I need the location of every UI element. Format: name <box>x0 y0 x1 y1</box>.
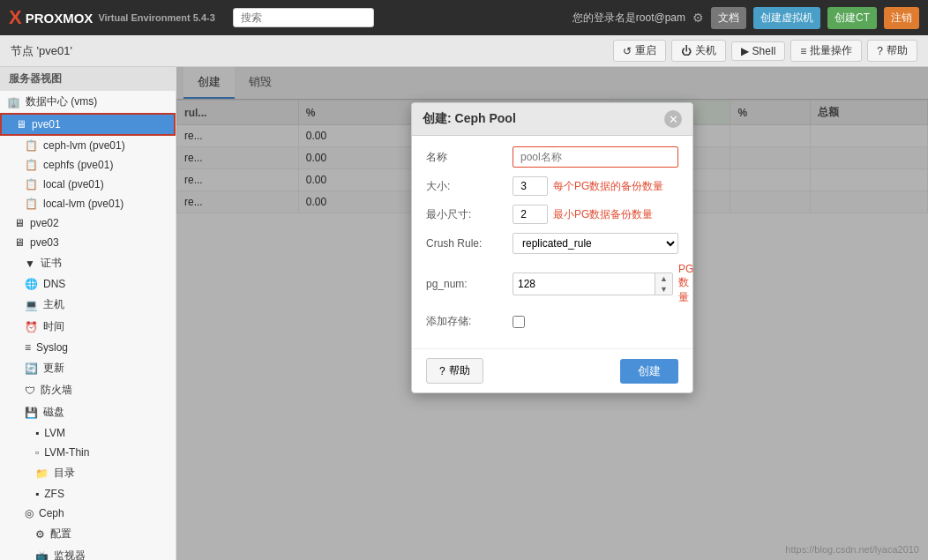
sidebar-item-monitor[interactable]: 📺 监视器 <box>0 545 176 560</box>
pg-num-value: ▲ ▼ PG数量 <box>513 263 693 305</box>
create-pool-dialog: 创建: Ceph Pool ✕ 名称 大小: 每个PG数据的备份数量 <box>411 102 693 393</box>
create-vm-button[interactable]: 创建虚拟机 <box>753 7 820 29</box>
sidebar-item-syslog[interactable]: ≡ Syslog <box>0 338 176 357</box>
sidebar-item-config[interactable]: ⚙ 配置 <box>0 523 176 545</box>
help-icon: ? <box>877 45 883 57</box>
close-button[interactable]: ✕ <box>664 110 682 128</box>
dialog-title: 创建: Ceph Pool <box>423 111 516 127</box>
update-label: 更新 <box>43 361 64 376</box>
min-size-value: 最小PG数据备份数量 <box>513 205 678 224</box>
cephfs-label: cephfs (pve01) <box>43 159 113 171</box>
dns-label: DNS <box>43 278 65 290</box>
ceph-icon: ◎ <box>25 507 34 519</box>
cert-icon: ▼ <box>25 258 35 270</box>
sidebar-item-ceph-lvm[interactable]: 📋 ceph-lvm (pve01) <box>0 136 176 155</box>
form-row-pg-num: pg_num: ▲ ▼ PG数量 <box>426 263 678 305</box>
dns-icon: 🌐 <box>25 278 38 290</box>
sidebar-item-zfs[interactable]: ▪ ZFS <box>0 484 176 504</box>
lvm-icon: ▪ <box>35 427 39 439</box>
sidebar-item-datacenter[interactable]: 🏢 数据中心 (vms) <box>0 91 176 113</box>
shutdown-label: 关机 <box>695 43 716 58</box>
sidebar-item-dns[interactable]: 🌐 DNS <box>0 274 176 294</box>
size-value: 每个PG数据的备份数量 <box>513 176 678 196</box>
pg-num-spinner: ▲ ▼ <box>513 273 673 295</box>
sidebar-item-update[interactable]: 🔄 更新 <box>0 357 176 379</box>
logo-x: X <box>9 6 22 29</box>
logout-button[interactable]: 注销 <box>884 7 919 29</box>
sidebar-item-firewall[interactable]: 🛡 防火墙 <box>0 379 176 401</box>
pg-num-input[interactable] <box>513 275 655 293</box>
time-label: 时间 <box>43 319 64 334</box>
sidebar-item-ceph[interactable]: ◎ Ceph <box>0 504 176 523</box>
shell-label: Shell <box>752 45 776 57</box>
help-label: 帮助 <box>449 363 470 378</box>
disk-icon: 💾 <box>25 407 38 419</box>
pve01-label: pve01 <box>32 118 61 131</box>
syslog-label: Syslog <box>36 341 68 354</box>
sidebar-item-local[interactable]: 📋 local (pve01) <box>0 175 176 194</box>
datacenter-icon: 🏢 <box>7 96 20 108</box>
pve02-icon: 🖥 <box>14 217 25 229</box>
pg-num-spinner-btns: ▲ ▼ <box>655 273 672 295</box>
sidebar-item-disk[interactable]: 💾 磁盘 <box>0 401 176 423</box>
bulk-button[interactable]: ≡ 批量操作 <box>790 40 862 62</box>
pve01-icon: 🖥 <box>16 118 26 131</box>
sidebar-item-lvm-thin[interactable]: ▫ LVM-Thin <box>0 443 176 462</box>
shutdown-button[interactable]: ⏻ 关机 <box>671 40 726 62</box>
crush-select[interactable]: replicated_rule <box>513 233 678 254</box>
time-icon: ⏰ <box>25 321 38 333</box>
help-button[interactable]: ? 帮助 <box>867 40 917 62</box>
size-hint: 每个PG数据的备份数量 <box>553 179 663 194</box>
shell-icon: ▶ <box>741 45 749 57</box>
dialog-footer: ? 帮助 创建 <box>412 348 692 392</box>
app-header: X PROXMOX Virtual Environment 5.4-3 您的登录… <box>0 0 928 35</box>
doc-button[interactable]: 文档 <box>711 7 746 29</box>
sidebar-item-pve01[interactable]: 🖥 pve01 <box>0 113 176 136</box>
shell-button[interactable]: ▶ Shell <box>731 41 786 61</box>
sidebar-item-cert[interactable]: ▼ 证书 <box>0 252 176 274</box>
sidebar-item-cephfs[interactable]: 📋 cephfs (pve01) <box>0 155 176 175</box>
bulk-icon: ≡ <box>800 45 806 57</box>
dialog-header: 创建: Ceph Pool ✕ <box>412 103 692 136</box>
pg-num-down[interactable]: ▼ <box>655 284 672 295</box>
min-size-input[interactable] <box>513 205 548 224</box>
name-label: 名称 <box>426 150 505 165</box>
size-input[interactable] <box>513 176 548 196</box>
sidebar-item-local-lvm[interactable]: 📋 local-lvm (pve01) <box>0 194 176 213</box>
lvm-label: LVM <box>44 427 65 439</box>
config-icon: ⚙ <box>35 528 45 541</box>
sidebar-item-pve03[interactable]: 🖥 pve03 <box>0 233 176 252</box>
sidebar-item-time[interactable]: ⏰ 时间 <box>0 316 176 338</box>
name-input[interactable] <box>513 146 678 168</box>
min-size-hint: 最小PG数据备份数量 <box>553 207 653 222</box>
sidebar-item-dir[interactable]: 📁 目录 <box>0 462 176 484</box>
restart-icon: ↺ <box>623 45 632 57</box>
cephfs-icon: 📋 <box>25 159 38 171</box>
create-ct-button[interactable]: 创建CT <box>827 7 877 29</box>
subheader-actions: ↺ 重启 ⏻ 关机 ▶ Shell ≡ 批量操作 ? 帮助 <box>613 40 917 62</box>
storage-checkbox[interactable] <box>513 316 525 328</box>
restart-button[interactable]: ↺ 重启 <box>613 40 666 62</box>
shutdown-icon: ⏻ <box>681 45 692 57</box>
sidebar-item-pve02[interactable]: 🖥 pve02 <box>0 213 176 233</box>
min-size-label: 最小尺寸: <box>426 207 505 222</box>
sidebar-item-lvm[interactable]: ▪ LVM <box>0 423 176 443</box>
cert-label: 证书 <box>41 256 62 271</box>
pg-num-up[interactable]: ▲ <box>655 273 672 284</box>
firewall-label: 防火墙 <box>41 383 72 398</box>
lvm-thin-icon: ▫ <box>35 446 39 459</box>
syslog-icon: ≡ <box>25 341 31 354</box>
logo-proxmox: PROXMOX <box>26 11 94 26</box>
settings-icon[interactable]: ⚙ <box>692 11 704 25</box>
crush-label: Crush Rule: <box>426 237 505 250</box>
search-input[interactable] <box>233 8 374 27</box>
logo-ve: Virtual Environment 5.4-3 <box>98 12 214 23</box>
host-icon: 💻 <box>25 299 38 311</box>
logo: X PROXMOX Virtual Environment 5.4-3 <box>9 6 215 29</box>
sidebar-item-host[interactable]: 💻 主机 <box>0 294 176 316</box>
subheader: 节点 'pve01' ↺ 重启 ⏻ 关机 ▶ Shell ≡ 批量操作 ? 帮助 <box>0 35 928 67</box>
help-button[interactable]: ? 帮助 <box>426 358 483 384</box>
form-row-name: 名称 <box>426 146 678 168</box>
help-label: 帮助 <box>887 43 908 58</box>
create-button[interactable]: 创建 <box>620 359 678 384</box>
